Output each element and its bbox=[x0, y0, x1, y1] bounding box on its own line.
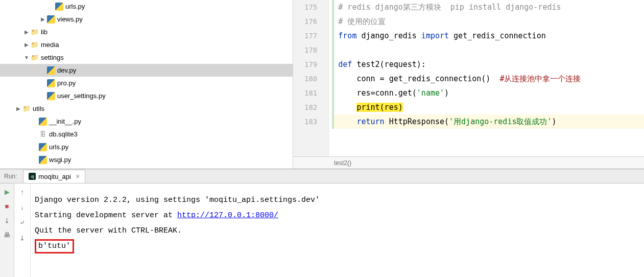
folder-icon bbox=[22, 105, 31, 113]
code-line[interactable]: # redis django第三方模块 pip install django-r… bbox=[332, 0, 644, 14]
expand-arrow-icon[interactable] bbox=[22, 41, 31, 49]
py-icon bbox=[47, 92, 55, 100]
tree-item-user_settings-py[interactable]: user_settings.py bbox=[0, 89, 293, 102]
tree-item-__init__-py[interactable]: __init__.py bbox=[0, 115, 293, 128]
server-url-link[interactable]: http://127.0.0.1:8000/ bbox=[177, 211, 278, 220]
wrap-icon[interactable]: ⤶ bbox=[17, 217, 28, 227]
rerun-icon[interactable]: ▶ bbox=[2, 187, 12, 197]
django-icon: dj bbox=[29, 173, 36, 180]
line-number: 180 bbox=[304, 72, 317, 86]
code-line[interactable]: return HttpResponse('用django-redis取值成功') bbox=[332, 114, 644, 129]
tree-item-settings[interactable]: settings bbox=[0, 51, 293, 64]
project-tree[interactable]: urls.pyviews.pylibmediasettingsdev.pypro… bbox=[0, 0, 293, 169]
py-icon bbox=[55, 3, 63, 11]
code-content[interactable]: # redis django第三方模块 pip install django-r… bbox=[329, 0, 644, 156]
line-number: 178 bbox=[304, 43, 317, 57]
py-icon bbox=[47, 79, 55, 87]
run-tab-bar: Run: dj moqitu_api × bbox=[0, 169, 644, 183]
up-arrow-icon[interactable]: ↑ bbox=[17, 187, 28, 197]
code-line[interactable]: conn = get_redis_connection() #从连接池中拿一个连… bbox=[332, 72, 644, 86]
line-number: 175 bbox=[304, 0, 317, 14]
line-number: 176 bbox=[304, 14, 317, 29]
tree-item-label: urls.py bbox=[65, 3, 85, 10]
folder-icon bbox=[31, 41, 39, 49]
console-line: Quit the server with CTRL-BREAK. bbox=[35, 223, 640, 239]
py-icon bbox=[39, 118, 47, 126]
line-number: 179 bbox=[304, 57, 317, 72]
expand-arrow-icon[interactable] bbox=[14, 105, 22, 113]
tree-item-label: views.py bbox=[57, 15, 83, 23]
code-line[interactable]: res=conn.get('name') bbox=[332, 86, 644, 100]
line-number: 181 bbox=[304, 86, 317, 100]
code-line[interactable]: # 使用的位置 bbox=[332, 14, 644, 29]
line-gutter: 175176177178179180181182183 bbox=[293, 0, 329, 156]
code-line[interactable]: print(res) bbox=[332, 100, 644, 114]
close-icon[interactable]: × bbox=[76, 172, 80, 180]
tree-item-pro-py[interactable]: pro.py bbox=[0, 77, 293, 89]
tree-item-db-sqlite3[interactable]: db.sqlite3 bbox=[0, 128, 293, 141]
tree-item-lib[interactable]: lib bbox=[0, 26, 293, 38]
tree-item-label: utils bbox=[33, 105, 44, 112]
tree-item-label: wsgi.py bbox=[49, 156, 71, 164]
run-label: Run: bbox=[0, 173, 21, 180]
line-number bbox=[304, 129, 317, 143]
run-toolbar-nav: ↑ ↓ ⤶ ⤓ bbox=[14, 183, 31, 277]
tree-item-utils[interactable]: utils bbox=[0, 102, 293, 115]
tree-item-views-py[interactable]: views.py bbox=[0, 13, 293, 26]
console-line: Starting development server at http://12… bbox=[35, 208, 640, 223]
run-tool-window: Run: dj moqitu_api × ▶ ■ ⤓ 🖶 ↑ ↓ ⤶ ⤓ Dja… bbox=[0, 169, 644, 277]
console-line: b'tutu' bbox=[35, 239, 640, 254]
run-tab-moqitu-api[interactable]: dj moqitu_api × bbox=[23, 170, 85, 183]
tree-item-label: lib bbox=[41, 28, 47, 36]
expand-arrow-icon[interactable] bbox=[22, 54, 31, 62]
py-icon bbox=[47, 15, 55, 24]
folder-icon bbox=[31, 54, 39, 62]
tree-item-media[interactable]: media bbox=[0, 38, 293, 51]
tree-item-dev-py[interactable]: dev.py bbox=[0, 64, 293, 77]
scroll-end-icon[interactable]: ⤓ bbox=[17, 233, 28, 243]
line-number: 177 bbox=[304, 29, 317, 43]
tree-item-label: __init__.py bbox=[49, 118, 81, 125]
console-output[interactable]: Django version 2.2.2, using settings 'mo… bbox=[31, 183, 644, 277]
run-toolbar-left: ▶ ■ ⤓ 🖶 bbox=[0, 183, 14, 277]
tree-item-urls-py[interactable]: urls.py bbox=[0, 0, 293, 13]
stop-icon[interactable]: ■ bbox=[2, 201, 12, 211]
expand-arrow-icon[interactable] bbox=[39, 15, 47, 24]
tree-item-label: db.sqlite3 bbox=[49, 130, 78, 138]
tree-item-label: urls.py bbox=[49, 143, 68, 151]
py-icon bbox=[39, 143, 47, 151]
tree-item-label: media bbox=[41, 41, 59, 49]
code-editor[interactable]: 175176177178179180181182183 # redis djan… bbox=[293, 0, 644, 169]
tree-item-label: user_settings.py bbox=[57, 92, 106, 100]
code-line[interactable]: from django_redis import get_redis_conne… bbox=[332, 29, 644, 43]
highlighted-output: b'tutu' bbox=[35, 239, 74, 253]
tree-item-urls-py[interactable]: urls.py bbox=[0, 141, 293, 153]
expand-arrow-icon[interactable] bbox=[22, 28, 31, 36]
tree-item-label: dev.py bbox=[57, 66, 76, 74]
down-arrow-icon[interactable]: ↓ bbox=[17, 202, 28, 212]
folder-icon bbox=[31, 28, 39, 36]
tree-item-label: settings bbox=[41, 54, 64, 61]
console-line: Django version 2.2.2, using settings 'mo… bbox=[35, 193, 640, 208]
code-line[interactable] bbox=[332, 43, 644, 57]
line-number: 182 bbox=[304, 100, 317, 114]
line-number: 183 bbox=[304, 114, 317, 129]
py-icon bbox=[47, 66, 55, 75]
code-line[interactable] bbox=[332, 129, 644, 143]
tree-item-label: pro.py bbox=[57, 79, 76, 87]
tree-item-wsgi-py[interactable]: wsgi.py bbox=[0, 153, 293, 166]
print-icon[interactable]: 🖶 bbox=[2, 229, 12, 240]
exit-icon[interactable]: ⤓ bbox=[2, 215, 12, 225]
code-line[interactable]: def test2(request): bbox=[332, 57, 644, 72]
py-icon bbox=[39, 156, 47, 164]
run-tab-label: moqitu_api bbox=[38, 173, 71, 180]
breadcrumb[interactable]: test2() bbox=[293, 156, 644, 169]
db-icon bbox=[39, 130, 47, 138]
